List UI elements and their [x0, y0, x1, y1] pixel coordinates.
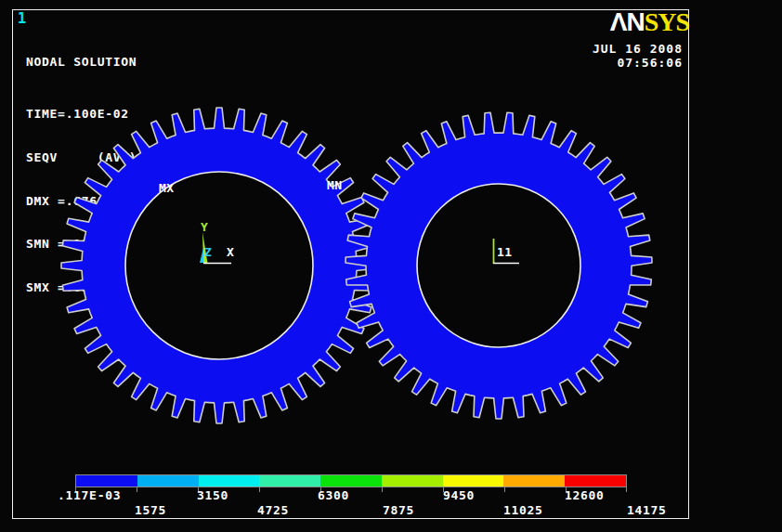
colorbar-segment-5: [320, 475, 382, 487]
cs11-label: 11: [497, 245, 513, 259]
colorbar-segment-9: [565, 475, 626, 487]
colorbar-value-5: 7875: [383, 503, 414, 517]
colorbar-tick: [259, 487, 260, 492]
colorbar-value-3: 4725: [257, 503, 289, 517]
gear-right-bore: [417, 184, 580, 347]
colorbar-segment-7: [443, 475, 504, 487]
colorbar-tick: [382, 487, 383, 492]
triad-y-label: Y: [201, 220, 208, 234]
colorbar-tick: [504, 487, 505, 492]
triad-x-label: X: [227, 245, 234, 259]
colorbar-segment-1: [76, 475, 137, 487]
colorbar-value-2: 3150: [197, 488, 228, 502]
gear-left-bore: [125, 172, 313, 359]
colorbar-value-7: 11025: [503, 503, 543, 517]
colorbar-value-9: 14175: [627, 503, 667, 517]
triad-z-label: Z: [204, 245, 212, 259]
ansys-graphics-window: 1 NODAL SOLUTION TIME=.100E-02 SEQV (AVG…: [0, 0, 782, 532]
colorbar-value-1: 1575: [135, 503, 166, 517]
contour-colorbar: [75, 474, 627, 487]
max-stress-label: MX: [159, 181, 175, 195]
colorbar-segment-4: [259, 475, 320, 487]
colorbar-value-8: 12600: [565, 488, 605, 502]
model-viewport[interactable]: [0, 0, 782, 532]
colorbar-value-0: .117E-03: [58, 488, 121, 502]
colorbar-tick: [137, 487, 137, 492]
colorbar-segment-2: [137, 475, 199, 487]
colorbar-segment-6: [382, 475, 443, 487]
colorbar-segment-3: [199, 475, 260, 487]
colorbar-value-6: 9450: [443, 488, 475, 502]
colorbar-value-4: 6300: [318, 488, 349, 502]
min-stress-label: MN: [327, 178, 343, 192]
colorbar-tick: [626, 487, 627, 492]
colorbar-segment-8: [503, 475, 565, 487]
contour-legend: [75, 474, 627, 493]
